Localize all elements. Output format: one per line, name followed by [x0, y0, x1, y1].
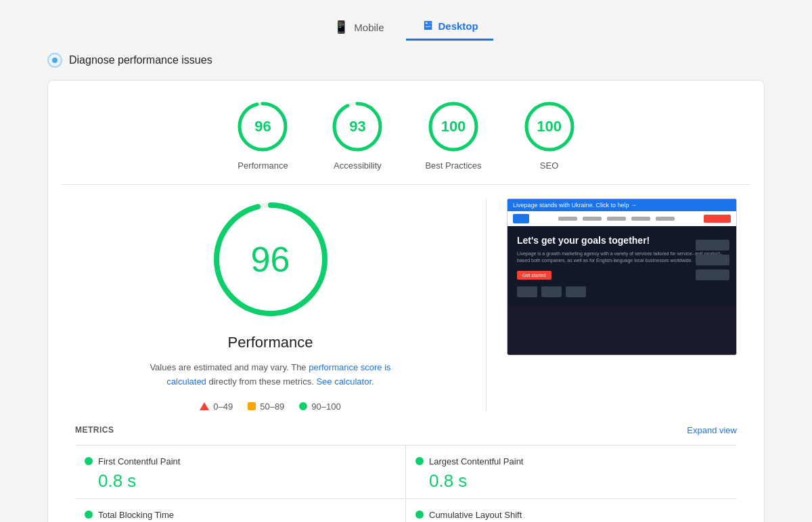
circle-performance: 96 [235, 100, 290, 154]
legend-orange-label: 50–89 [260, 401, 284, 412]
score-label-accessibility: Accessibility [334, 160, 382, 171]
ss-hero-btn: Get started [517, 271, 551, 280]
ss-nav-link-2 [583, 217, 602, 221]
diagnose-row: Diagnose performance issues [47, 53, 765, 68]
ss-nav-links [558, 217, 675, 221]
metric-tbt-name-row: Total Blocking Time [85, 510, 396, 520]
divider [62, 184, 750, 185]
metrics-title: METRICS [75, 425, 114, 435]
metric-tbt: Total Blocking Time 130 ms [75, 499, 406, 522]
mobile-icon: 📱 [334, 20, 348, 35]
desc-static: Values are estimated and may vary. The [150, 362, 309, 372]
metric-fcp-name-row: First Contentful Paint [85, 456, 396, 466]
circle-seo: 100 [522, 100, 577, 154]
big-circle-value: 96 [251, 239, 290, 280]
page-container: 📱 Mobile 🖥 Desktop Diagnose performance … [34, 0, 778, 522]
metric-fcp-name: First Contentful Paint [98, 456, 180, 466]
score-item-seo[interactable]: 100 SEO [522, 100, 577, 171]
right-section: Livepage stands with Ukraine. Click to h… [507, 198, 737, 355]
ss-nav-logo [513, 214, 529, 223]
legend-orange: 50–89 [248, 401, 284, 412]
legend-green: 90–100 [299, 401, 340, 412]
ss-nav-cta [704, 215, 731, 223]
ss-logo-1 [517, 286, 537, 297]
desc-mid: directly from these metrics. [206, 376, 317, 387]
metric-lcp-name-row: Largest Contentful Paint [415, 456, 727, 466]
tab-desktop-label: Desktop [438, 20, 478, 32]
metrics-section: METRICS Expand view First Contentful Pai… [62, 425, 750, 522]
tab-desktop[interactable]: 🖥 Desktop [406, 14, 493, 41]
score-panel: 96 Performance 93 Accessibility [47, 80, 765, 522]
legend-red-label: 0–49 [213, 401, 233, 412]
metric-fcp-dot [85, 457, 93, 465]
score-circles: 96 Performance 93 Accessibility [62, 100, 750, 171]
diagnose-icon [47, 53, 62, 68]
metric-lcp: Largest Contentful Paint 0.8 s [406, 445, 737, 499]
circle-accessibility: 93 [330, 100, 384, 154]
circle-value-performance: 96 [254, 118, 271, 135]
ss-topbar-text: Livepage stands with Ukraine. Click to h… [513, 202, 637, 209]
metric-cls-name: Cumulative Layout Shift [429, 510, 522, 520]
metric-lcp-dot [415, 457, 424, 465]
big-circle-performance: 96 [210, 198, 332, 320]
ss-side-btn-3 [696, 269, 729, 280]
circle-value-best-practices: 100 [441, 118, 466, 135]
tab-mobile[interactable]: 📱 Mobile [319, 14, 399, 40]
screenshot-container: Livepage stands with Ukraine. Click to h… [507, 198, 737, 355]
perf-description: Values are estimated and may vary. The p… [142, 361, 399, 389]
circle-value-accessibility: 93 [349, 118, 365, 135]
score-label-seo: SEO [540, 160, 558, 171]
screenshot-mock: Livepage stands with Ukraine. Click to h… [508, 199, 736, 355]
square-icon [248, 402, 256, 410]
legend-red: 0–49 [200, 401, 233, 412]
score-label-best-practices: Best Practices [425, 160, 481, 171]
desktop-icon: 🖥 [421, 19, 433, 33]
circle-best-practices: 100 [426, 100, 480, 154]
ss-navbar [508, 211, 736, 226]
ss-nav-link-1 [558, 217, 577, 221]
score-item-performance[interactable]: 96 Performance [235, 100, 290, 171]
vertical-divider [486, 198, 487, 412]
tab-bar: 📱 Mobile 🖥 Desktop [47, 14, 765, 41]
ss-logo-3 [566, 286, 586, 297]
ss-topbar: Livepage stands with Ukraine. Click to h… [508, 199, 736, 211]
score-item-accessibility[interactable]: 93 Accessibility [330, 100, 384, 171]
metrics-grid: First Contentful Paint 0.8 s Largest Con… [75, 445, 737, 522]
triangle-icon [200, 402, 209, 410]
metrics-header: METRICS Expand view [75, 425, 737, 435]
desc-end: . [371, 376, 374, 387]
diagnose-title: Diagnose performance issues [69, 54, 212, 66]
metric-fcp: First Contentful Paint 0.8 s [75, 445, 406, 499]
left-section: 96 Performance Values are estimated and … [75, 198, 466, 412]
legend-green-label: 90–100 [311, 401, 340, 412]
metric-lcp-name: Largest Contentful Paint [429, 456, 523, 466]
metric-lcp-value: 0.8 s [415, 471, 727, 492]
ss-side-buttons [696, 240, 729, 280]
ss-logo-2 [541, 286, 562, 297]
metric-cls-name-row: Cumulative Layout Shift [415, 510, 727, 520]
desc-link-calculator[interactable]: See calculator [316, 376, 371, 387]
legend-row: 0–49 50–89 90–100 [200, 401, 340, 412]
main-content: 96 Performance Values are estimated and … [62, 198, 750, 425]
score-label-performance: Performance [238, 160, 288, 171]
metric-tbt-dot [85, 510, 93, 519]
ss-nav-link-3 [607, 217, 626, 221]
tab-mobile-label: Mobile [354, 22, 384, 33]
ss-nav-link-5 [656, 217, 675, 221]
expand-view-link[interactable]: Expand view [687, 425, 737, 435]
performance-main-label: Performance [228, 334, 313, 351]
metric-cls: Cumulative Layout Shift 0 [406, 499, 737, 522]
ss-side-btn-2 [696, 255, 729, 265]
metric-fcp-value: 0.8 s [85, 471, 396, 492]
dot-icon [299, 402, 307, 410]
metric-cls-dot [415, 510, 424, 519]
ss-nav-link-4 [631, 217, 650, 221]
ss-logos-row [517, 286, 727, 297]
metric-tbt-name: Total Blocking Time [98, 510, 174, 520]
ss-side-btn-1 [696, 240, 729, 251]
circle-value-seo: 100 [537, 118, 562, 135]
score-item-best-practices[interactable]: 100 Best Practices [425, 100, 481, 171]
